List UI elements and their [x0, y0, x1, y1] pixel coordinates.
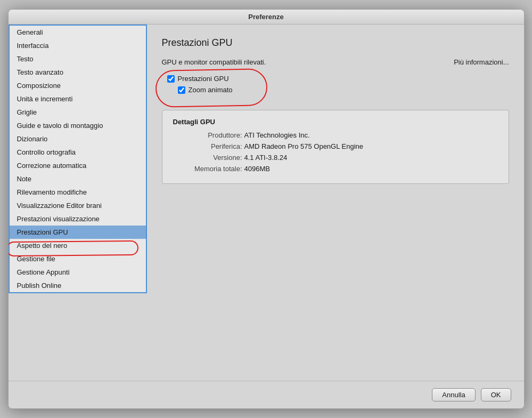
compat-row: GPU e monitor compatibili rilevati. Più … [162, 58, 509, 66]
sidebar-item-gestione-appunti[interactable]: Gestione Appunti [10, 266, 146, 279]
zoom-checkbox-row: Zoom animato [178, 86, 509, 94]
zoom-checkbox[interactable] [178, 86, 185, 94]
gpu-detail-value: 4096MB [244, 165, 270, 173]
gpu-detail-value: AMD Radeon Pro 575 OpenGL Engine [244, 142, 364, 150]
gpu-details-rows: Produttore:ATI Technologies Inc.Periferi… [173, 131, 498, 173]
sidebar-item-aspetto-del-nero[interactable]: Aspetto del nero [10, 239, 146, 252]
sidebar-item-dizionario[interactable]: Dizionario [10, 132, 146, 146]
sidebar-item-prestazioni-visualizzazione[interactable]: Prestazioni visualizzazione [10, 212, 146, 226]
more-info-link[interactable]: Più informazioni... [454, 58, 509, 66]
sidebar-item-guide-e-tavolo[interactable]: Guide e tavolo di montaggio [10, 119, 146, 132]
gpu-detail-row: Periferica:AMD Radeon Pro 575 OpenGL Eng… [173, 142, 498, 150]
sidebar: GeneraliInterfacciaTestoTesto avanzatoCo… [9, 25, 147, 293]
gpu-detail-label: Produttore: [173, 131, 242, 139]
sidebar-item-publish-online[interactable]: Publish Online [10, 279, 146, 292]
sidebar-item-rilevamento-modifiche[interactable]: Rilevamento modifiche [10, 186, 146, 199]
gpu-detail-row: Produttore:ATI Technologies Inc. [173, 131, 498, 139]
sidebar-item-visualizzazione-editor-brani[interactable]: Visualizzazione Editor brani [10, 199, 146, 212]
cancel-button[interactable]: Annulla [432, 388, 475, 401]
sidebar-item-gestione-file[interactable]: Gestione file [10, 252, 146, 266]
preferences-window: Preferenze GeneraliInterfacciaTestoTesto… [8, 9, 525, 409]
gpu-perf-label[interactable]: Prestazioni GPU [178, 75, 229, 83]
sidebar-item-unita-e-incrementi[interactable]: Unità e incrementi [10, 92, 146, 106]
gpu-detail-label: Versione: [173, 154, 242, 162]
ok-button[interactable]: OK [481, 388, 511, 401]
compat-text: GPU e monitor compatibili rilevati. [162, 58, 266, 66]
gpu-detail-value: ATI Technologies Inc. [244, 131, 310, 139]
sidebar-item-griglie[interactable]: Griglie [10, 106, 146, 119]
title-bar: Preferenze [9, 10, 524, 25]
bottom-bar: Annulla OK [9, 381, 524, 408]
sidebar-item-note[interactable]: Note [10, 172, 146, 186]
sidebar-item-testo-avanzato[interactable]: Testo avanzato [10, 66, 146, 79]
sidebar-item-generali[interactable]: Generali [10, 26, 146, 39]
gpu-detail-label: Periferica: [173, 142, 242, 150]
panel-title: Prestazioni GPU [162, 37, 509, 49]
gpu-details-title: Dettagli GPU [173, 118, 498, 126]
gpu-detail-value: 4.1 ATI-3.8.24 [244, 154, 288, 162]
window-title: Preferenze [248, 13, 283, 21]
zoom-label[interactable]: Zoom animato [189, 86, 233, 94]
sidebar-item-interfaccia[interactable]: Interfaccia [10, 39, 146, 52]
gpu-detail-row: Memoria totale:4096MB [173, 165, 498, 173]
sidebar-item-composizione[interactable]: Composizione [10, 79, 146, 92]
main-panel: Prestazioni GPU GPU e monitor compatibil… [147, 25, 524, 381]
content-area: GeneraliInterfacciaTestoTesto avanzatoCo… [9, 25, 524, 381]
sidebar-item-prestazioni-gpu[interactable]: Prestazioni GPU [10, 226, 146, 239]
sidebar-item-correzione-automatica[interactable]: Correzione automatica [10, 159, 146, 172]
gpu-detail-row: Versione:4.1 ATI-3.8.24 [173, 154, 498, 162]
gpu-perf-checkbox-row: Prestazioni GPU [167, 75, 509, 83]
sidebar-item-testo[interactable]: Testo [10, 52, 146, 66]
sidebar-item-controllo-ortografia[interactable]: Controllo ortografia [10, 146, 146, 159]
gpu-detail-label: Memoria totale: [173, 165, 242, 173]
gpu-details-box: Dettagli GPU Produttore:ATI Technologies… [162, 110, 509, 184]
gpu-perf-checkbox[interactable] [167, 75, 175, 83]
